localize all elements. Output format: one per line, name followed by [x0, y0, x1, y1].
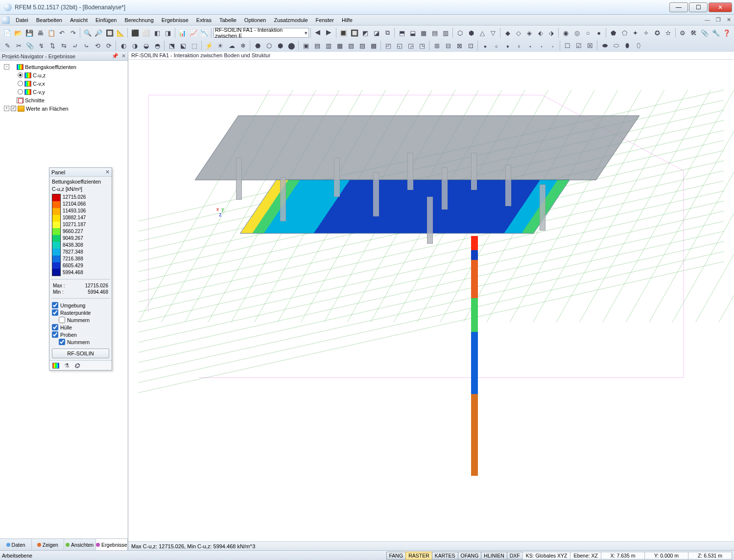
- menu-item-fenster[interactable]: Fenster: [312, 16, 338, 24]
- chk-nummern-1[interactable]: [59, 317, 65, 323]
- toolbar-button-r1-40[interactable]: ◎: [572, 27, 582, 38]
- mdi-close-icon[interactable]: ✕: [727, 17, 731, 23]
- toolbar-button-r2-23[interactable]: ⬢: [275, 40, 285, 51]
- panel-tab-filter-icon[interactable]: ⌬: [74, 362, 79, 369]
- toolbar-button-r1-52[interactable]: 🔧: [710, 27, 721, 38]
- tree-expand-icon[interactable]: +: [4, 106, 9, 111]
- toolbar-button-r1-44[interactable]: ⬠: [619, 27, 629, 38]
- toolbar-button-r2-47[interactable]: ☐: [562, 40, 573, 51]
- toolbar-button-r1-28[interactable]: ▤: [429, 27, 440, 38]
- navigator-pin-icon[interactable]: 📌: [112, 53, 118, 59]
- toolbar-button-r2-21[interactable]: ⬣: [252, 40, 263, 51]
- toolbar-button-r1-33[interactable]: ▽: [488, 27, 498, 38]
- toolbar-button-r1-35[interactable]: ◇: [513, 27, 523, 38]
- toolbar-button-r2-37[interactable]: ⊟: [443, 40, 453, 51]
- toolbar-button-r2-7[interactable]: ⤿: [81, 40, 92, 51]
- panel-tab-factor-icon[interactable]: ⚗: [64, 362, 70, 369]
- chk-proben[interactable]: [52, 331, 58, 338]
- toolbar-button-r2-6[interactable]: ⤾: [70, 40, 80, 51]
- toolbar-button-r2-12[interactable]: ◒: [141, 40, 151, 51]
- toolbar-button-r1-7[interactable]: 🔍: [82, 27, 93, 38]
- toolbar-button-r1-23[interactable]: ◪: [371, 27, 381, 38]
- toolbar-button-r1-46[interactable]: ✧: [641, 27, 651, 38]
- status-toggle-hlinien[interactable]: HLINIEN: [481, 552, 507, 560]
- toolbar-button-r2-3[interactable]: ↯: [36, 40, 47, 51]
- toolbar-button-r1-12[interactable]: ⬜: [141, 27, 151, 38]
- toolbar-button-r2-48[interactable]: ☑: [573, 40, 584, 51]
- toolbar-button-r1-42[interactable]: ●: [593, 27, 604, 38]
- toolbar-button-r1-1[interactable]: 📂: [13, 27, 23, 38]
- toolbar-button-r1-19[interactable]: ⯈: [324, 27, 334, 38]
- toolbar-button-r1-17[interactable]: 📉: [199, 27, 210, 38]
- toolbar-button-r1-16[interactable]: 📈: [188, 27, 198, 38]
- toolbar-button-r1-8[interactable]: 🔎: [94, 27, 104, 38]
- toolbar-button-r2-11[interactable]: ◑: [129, 40, 140, 51]
- toolbar-button-r1-4[interactable]: 📋: [46, 27, 56, 38]
- toolbar-button-r2-4[interactable]: ⇅: [47, 40, 58, 51]
- toolbar-button-r1-3[interactable]: 🖶: [35, 27, 45, 38]
- tree-radio-C-v,y[interactable]: [18, 89, 23, 94]
- navigator-close-icon[interactable]: ✕: [121, 53, 126, 59]
- menu-item-zusatzmodule[interactable]: Zusatzmodule: [270, 16, 312, 24]
- toolbar-button-r2-40[interactable]: ⬥: [480, 40, 491, 51]
- menu-item-datei[interactable]: Datei: [12, 16, 32, 24]
- toolbar-button-r2-39[interactable]: ⊡: [465, 40, 476, 51]
- toolbar-button-r2-16[interactable]: ⬚: [189, 40, 200, 51]
- toolbar-button-r2-19[interactable]: ☁: [226, 40, 237, 51]
- toolbar-button-r2-53[interactable]: ⬯: [633, 40, 644, 51]
- panel-close-icon[interactable]: ✕: [105, 169, 110, 175]
- tree-item-label[interactable]: C-v,y: [33, 89, 45, 95]
- toolbar-button-r1-18[interactable]: ⯇: [313, 27, 323, 38]
- panel-header[interactable]: Panel ✕: [49, 168, 112, 177]
- toolbar-button-r2-49[interactable]: ☒: [585, 40, 595, 51]
- status-toggle-kartes[interactable]: KARTES: [432, 552, 458, 560]
- toolbar-button-r1-51[interactable]: 📎: [699, 27, 710, 38]
- toolbar-button-r1-41[interactable]: ○: [583, 27, 593, 38]
- tree-radio-C-v,x[interactable]: [18, 81, 23, 86]
- status-toggle-raster[interactable]: RASTER: [405, 552, 432, 560]
- toolbar-button-r1-43[interactable]: ⬟: [608, 27, 618, 38]
- toolbar-button-r2-44[interactable]: ⬩: [525, 40, 536, 51]
- toolbar-button-r1-5[interactable]: ↶: [57, 27, 67, 38]
- toolbar-button-r2-50[interactable]: ⬬: [599, 40, 610, 51]
- toolbar-button-r1-50[interactable]: 🛠: [688, 27, 699, 38]
- toolbar-button-r2-0[interactable]: ✎: [2, 40, 13, 51]
- toolbar-button-r1-20[interactable]: 🔳: [338, 27, 349, 38]
- toolbar-button-r2-43[interactable]: ⬨: [514, 40, 524, 51]
- toolbar-button-r1-9[interactable]: 🔲: [104, 27, 115, 38]
- toolbar-button-r2-34[interactable]: ◲: [405, 40, 416, 51]
- menu-item-ergebnisse[interactable]: Ergebnisse: [158, 16, 192, 24]
- toolbar-button-r2-20[interactable]: ❄: [237, 40, 248, 51]
- toolbar-button-r2-14[interactable]: ⬔: [166, 40, 177, 51]
- toolbar-button-r2-29[interactable]: ▧: [346, 40, 356, 51]
- toolbar-button-r2-22[interactable]: ⬡: [263, 40, 274, 51]
- menu-item-hilfe[interactable]: Hilfe: [338, 16, 356, 24]
- tree-radio-C-u,z[interactable]: [18, 72, 23, 78]
- window-maximize-button[interactable]: ☐: [689, 2, 708, 12]
- toolbar-button-r1-45[interactable]: ✦: [630, 27, 640, 38]
- toolbar-button-r2-17[interactable]: ⚡: [204, 40, 214, 51]
- menu-item-extras[interactable]: Extras: [192, 16, 215, 24]
- toolbar-button-r1-30[interactable]: ⬡: [455, 27, 465, 38]
- toolbar-button-r1-15[interactable]: 📊: [177, 27, 188, 38]
- toolbar-button-r1-32[interactable]: △: [477, 27, 487, 38]
- toolbar-button-r2-31[interactable]: ▩: [368, 40, 379, 51]
- toolbar-button-r2-13[interactable]: ◓: [152, 40, 163, 51]
- toolbar-button-r2-52[interactable]: ⬮: [622, 40, 633, 51]
- status-toggle-ofang[interactable]: OFANG: [458, 552, 482, 560]
- toolbar-result-combo[interactable]: RF-SOILIN FA1 - Interaktion zwischen E▾: [213, 28, 309, 38]
- toolbar-button-r2-9[interactable]: ⟳: [103, 40, 114, 51]
- toolbar-button-r2-41[interactable]: ⬦: [491, 40, 502, 51]
- toolbar-button-r1-2[interactable]: 💾: [24, 27, 34, 38]
- toolbar-button-r2-8[interactable]: ⟲: [92, 40, 103, 51]
- toolbar-button-r2-18[interactable]: ☀: [215, 40, 226, 51]
- toolbar-button-r1-22[interactable]: ◩: [360, 27, 371, 38]
- toolbar-button-r2-36[interactable]: ⊞: [431, 40, 442, 51]
- toolbar-button-r1-27[interactable]: ▦: [419, 27, 429, 38]
- toolbar-button-r2-5[interactable]: ⇆: [58, 40, 69, 51]
- toolbar-button-r1-24[interactable]: ⧉: [382, 27, 392, 38]
- toolbar-button-r2-42[interactable]: ⬧: [502, 40, 513, 51]
- menu-item-optionen[interactable]: Optionen: [240, 16, 270, 24]
- menu-item-berechnung[interactable]: Berechnung: [120, 16, 157, 24]
- toolbar-button-r2-38[interactable]: ⊠: [454, 40, 465, 51]
